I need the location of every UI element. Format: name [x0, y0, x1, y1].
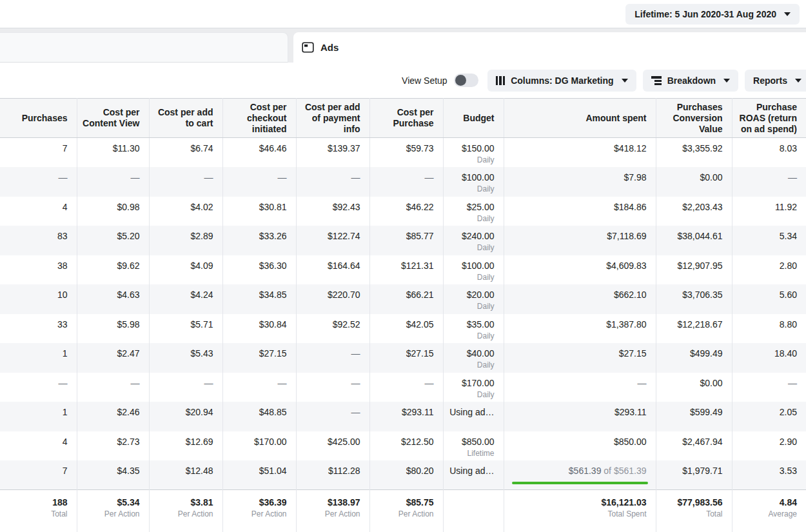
cell-cost-per-add-of-payment-info: $425.00 [296, 431, 369, 461]
column-header-purchases-conversion-value[interactable]: Purchases Conversion Value [656, 99, 732, 138]
cell-value: $4,609.83 [606, 261, 646, 271]
cell-value: $80.20 [406, 466, 434, 476]
cell-value: 2.05 [780, 407, 797, 417]
cell-value: $40.00 [467, 348, 495, 359]
cell-cost-per-content-view: $2.46 [77, 402, 149, 431]
cell-purchase-roas: 8.80 [732, 314, 806, 344]
column-header-cost-per-purchase[interactable]: Cost per Purchase [369, 99, 443, 138]
cell-value: $5.71 [190, 319, 213, 330]
cell-cost-per-purchase: $66.21 [369, 284, 443, 314]
cell-suffix: of $561.39 [601, 466, 646, 476]
cell-value: $170.00 [462, 378, 495, 388]
cell-value: $0.00 [700, 378, 722, 388]
chevron-down-icon [723, 79, 730, 83]
cell-cost-per-content-view: — [77, 167, 149, 197]
cell-value: $85.77 [406, 231, 434, 241]
column-header-amount-spent[interactable]: Amount spent [504, 99, 656, 138]
breakdown-button[interactable]: Breakdown [643, 70, 738, 92]
cell-sublabel: Daily [447, 390, 495, 399]
column-header-purchase-roas[interactable]: Purchase ROAS (return on ad spend) [732, 99, 806, 138]
cell-sublabel: Total [660, 509, 723, 518]
cell-value: $0.98 [117, 202, 139, 212]
table-row: ——————$100.00Daily$7.98$0.00— [0, 167, 806, 197]
cell-cost-per-content-view: $2.73 [77, 431, 149, 461]
cell-purchases: 4 [0, 197, 77, 226]
cell-value: $27.15 [406, 348, 434, 359]
cell-value: $30.81 [259, 202, 287, 212]
cell-value: $2.73 [117, 437, 139, 447]
table-row: 33$5.98$5.71$30.84$92.52$42.05$35.00Dail… [0, 314, 806, 344]
cell-value: 11.92 [775, 202, 797, 212]
column-header-cost-per-content-view[interactable]: Cost per Content View [77, 99, 149, 138]
cell-value: $30.84 [259, 319, 287, 330]
cell-value: Using ad… [449, 466, 494, 476]
cell-value: $561.39 [569, 466, 602, 476]
cell-purchases-conversion-value: $3,355.92 [656, 138, 732, 168]
cell-value: 4 [63, 437, 68, 447]
cell-value: $850.00 [614, 437, 647, 447]
cell-value: 7 [63, 143, 68, 153]
cell-cost-per-checkout-initiated: $33.26 [222, 226, 296, 255]
chevron-down-icon [622, 79, 628, 83]
cell-value: $66.21 [406, 290, 434, 300]
cell-value: 38 [57, 261, 68, 271]
cell-cost-per-add-to-cart: $6.74 [149, 138, 222, 168]
cell-value: $4.02 [190, 202, 213, 212]
tab-ads[interactable]: Ads [293, 32, 806, 63]
cell-value: $2,467.94 [682, 437, 722, 447]
cell-value: $2.89 [190, 231, 213, 241]
cell-cost-per-content-view: $5.98 [77, 314, 149, 344]
cell-cost-per-add-of-payment-info: $112.28 [296, 460, 369, 490]
cell-cost-per-content-view: $0.98 [77, 197, 149, 226]
cell-value: $139.37 [328, 143, 360, 153]
breakdown-icon [651, 76, 662, 85]
cell-cost-per-purchase: — [369, 373, 443, 402]
cell-value: 8.03 [780, 143, 797, 153]
cell-value: — [351, 172, 360, 182]
columns-button[interactable]: Columns: DG Marketing [487, 70, 636, 92]
spend-progress-bar [512, 482, 648, 484]
totals-row: 188Total$5.34Per Action$3.81Per Action$3… [0, 490, 806, 532]
reports-button[interactable]: Reports [745, 70, 806, 92]
cell-purchases-conversion-value: $0.00 [656, 167, 732, 197]
cell-value: $51.04 [259, 466, 287, 476]
cell-amount-spent: $7,118.69 [504, 226, 656, 255]
cell-cost-per-purchase: $59.73 [369, 138, 443, 168]
cell-purchase-roas: 3.53 [732, 460, 806, 490]
view-setup-toggle[interactable] [454, 74, 478, 87]
cell-sublabel: Daily [447, 214, 495, 223]
cell-value: $850.00 [462, 437, 495, 447]
cell-value: 4 [63, 202, 68, 212]
cell-value: $20.94 [186, 407, 213, 417]
cell-cost-per-add-to-cart: $20.94 [149, 402, 222, 431]
cell-cost-per-purchase: $121.31 [369, 255, 443, 285]
cell-value: $34.85 [259, 290, 287, 300]
cell-value: 2.90 [780, 437, 797, 447]
cell-value: $1,387.80 [606, 319, 646, 330]
cell-purchases: 33 [0, 314, 77, 344]
cell-cost-per-add-to-cart: — [149, 167, 222, 197]
tab-adsets[interactable] [0, 32, 288, 63]
column-header-budget[interactable]: Budget [443, 99, 504, 138]
cell-sublabel: Daily [447, 184, 495, 193]
table-row: 7$4.35$12.48$51.04$112.28$80.20Using ad…… [0, 460, 806, 490]
column-header-cost-per-add-of-payment-info[interactable]: Cost per add of payment info [296, 99, 369, 138]
cell-cost-per-add-to-cart: $5.43 [149, 343, 222, 373]
cell-cost-per-purchase: $42.05 [369, 314, 443, 344]
cell-value: $2.47 [117, 348, 139, 359]
cell-sublabel: Daily [447, 360, 495, 369]
cell-purchases-conversion-value: $3,706.35 [656, 284, 732, 314]
cell-value: $3,706.35 [682, 290, 722, 300]
cell-sublabel: Total [4, 509, 68, 518]
column-header-cost-per-add-to-cart[interactable]: Cost per add to cart [149, 99, 222, 138]
date-range-selector[interactable]: Lifetime: 5 Jun 2020-31 Aug 2020 [625, 4, 800, 25]
cell-cost-per-checkout-initiated: $51.04 [222, 460, 296, 490]
table-row: 4$0.98$4.02$30.81$92.43$46.22$25.00Daily… [0, 197, 806, 226]
column-header-cost-per-checkout-initiated[interactable]: Cost per checkout initiated [222, 99, 296, 138]
cell-cost-per-purchase: $293.11 [369, 402, 443, 431]
cell-value: $293.11 [402, 407, 434, 417]
cell-cost-per-content-view: $4.63 [77, 284, 149, 314]
cell-budget: $240.00Daily [443, 226, 504, 255]
column-header-purchases[interactable]: Purchases [0, 99, 77, 138]
toggle-knob [455, 75, 466, 86]
